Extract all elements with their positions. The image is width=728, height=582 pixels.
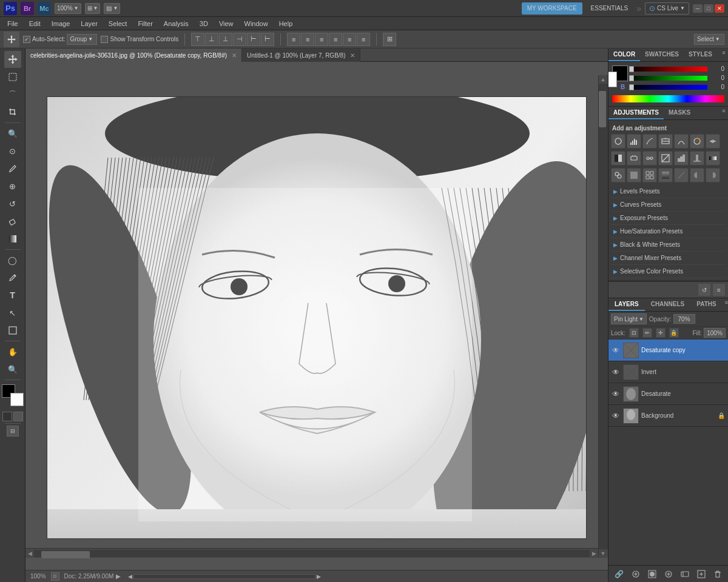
adj-panel-menu[interactable]: ≡ [720,107,728,115]
eraser-tool[interactable] [4,213,21,230]
cslive-button[interactable]: ⊙ CS Live ▼ [645,2,689,15]
align-right-btn[interactable]: ⊢ [261,33,274,46]
horizontal-scrollbar[interactable]: ◀ ▶ [25,548,598,558]
scroll-thumb-h[interactable] [41,551,90,558]
levels-adj-btn[interactable] [627,134,641,149]
layer-row-desaturate[interactable]: 👁 Desaturate [608,383,728,405]
zoom-dropdown[interactable]: 100% ▼ [55,3,81,14]
transform-checkbox[interactable] [101,36,108,43]
brush-tool[interactable] [4,160,21,177]
brightness-adj-btn[interactable] [611,134,625,149]
preset-channel-mixer[interactable]: ▶ Channel Mixer Presets [611,252,726,265]
transform-arrange-btn[interactable]: ⊞ [383,33,396,46]
screen-mode-btn[interactable]: ⊟ [7,426,19,436]
vibrance-adj-btn[interactable] [674,134,689,149]
lock-all-btn[interactable]: 🔒 [669,328,679,338]
layer-link-btn[interactable]: 🔗 [613,568,625,580]
curves-adj-btn[interactable] [642,134,657,149]
maximize-button[interactable]: □ [704,4,713,13]
distrib-hcenter-btn[interactable]: ≡ [343,33,356,46]
doc-size-arrow[interactable]: ▶ [116,573,121,580]
zoom-tool[interactable]: 🔍 [4,361,21,378]
tab-adjustments[interactable]: ADJUSTMENTS [608,107,664,119]
gradientmap-adj-btn[interactable] [706,151,720,166]
vertical-scrollbar[interactable]: ▲ ▼ [598,75,608,558]
scroll-left-arrow[interactable]: ◀ [25,549,34,558]
background-color[interactable] [10,393,24,406]
layer-new-btn[interactable] [695,568,707,580]
tab-active[interactable]: celebrities-angelina-jolie-306316.jpg @ … [25,48,242,62]
menu-window[interactable]: Window [240,19,273,28]
selectivecolor-adj-btn[interactable] [611,168,625,182]
move-tool[interactable] [4,51,21,68]
select-dropdown[interactable]: Select ▼ [694,34,724,45]
standard-mode-btn[interactable] [2,412,12,421]
preset-selective-color[interactable]: ▶ Selective Color Presets [611,265,726,278]
tab-close-secondary[interactable]: ✕ [350,52,355,59]
scroll-right-arrow[interactable]: ▶ [590,549,598,558]
layer-row-desaturate-copy[interactable]: 👁 Desaturate copy [608,340,728,361]
menu-3d[interactable]: 3D [195,19,213,28]
layer-eye-background[interactable]: 👁 [611,411,621,421]
tab-masks[interactable]: MASKS [664,107,695,119]
layer-row-background[interactable]: 👁 Background 🔒 [608,405,728,427]
tab-paths[interactable]: PATHS [690,298,722,311]
lighten-adj-btn[interactable] [706,168,720,182]
menu-help[interactable]: Help [274,19,298,28]
darken-adj-btn[interactable] [690,168,704,182]
eyedropper-tool[interactable]: 🔍 [4,125,21,142]
patternfill-adj-btn[interactable] [642,168,657,182]
layer-eye-desaturate-copy[interactable]: 👁 [611,346,621,355]
lasso-tool[interactable]: ⌒ [4,86,21,103]
history-tool[interactable]: ↺ [4,195,21,212]
distrib-left-btn[interactable]: ≡ [329,33,342,46]
scroll-track-h[interactable] [34,550,590,557]
gradientfill-adj-btn[interactable] [658,168,673,182]
pen-tool[interactable] [4,269,21,286]
exposure-adj-btn[interactable] [658,134,673,149]
shape-tool[interactable] [4,322,21,339]
layers-options-btn[interactable]: ≡ [712,283,726,296]
close-button[interactable]: ✕ [715,4,724,13]
align-vcenter-btn[interactable]: ⊥ [205,33,218,46]
red-slider[interactable] [629,67,707,72]
layers-panel-menu[interactable]: ≡ [723,298,728,307]
layer-delete-btn[interactable] [712,568,724,580]
status-icon[interactable]: ⊙ [51,572,59,581]
photofilter-adj-btn[interactable] [627,151,641,166]
invert-adj-btn[interactable] [658,151,673,166]
mc-logo[interactable]: Mc [38,2,51,15]
gradient-tool[interactable] [4,230,21,247]
distrib-bottom-btn[interactable]: ≡ [315,33,328,46]
lock-transparent-btn[interactable]: ⊡ [629,328,639,338]
channelmixer-adj-btn[interactable] [642,151,657,166]
menu-image[interactable]: Image [47,19,75,28]
blue-slider[interactable] [629,85,707,90]
essentials-button[interactable]: ESSENTIALS [586,2,633,15]
tab-close-active[interactable]: ✕ [232,52,237,59]
crop-tool[interactable] [4,104,21,121]
menu-analysis[interactable]: Analysis [159,19,194,28]
tab-channels[interactable]: CHANNELS [645,298,691,311]
align-top-btn[interactable]: ⊤ [191,33,204,46]
preset-exposure[interactable]: ▶ Exposure Presets [611,212,726,225]
align-left-btn[interactable]: ⊣ [233,33,246,46]
dodge-tool[interactable]: ◯ [4,252,21,269]
tab-swatches[interactable]: SWATCHES [640,48,684,61]
clone-tool[interactable]: ⊕ [4,178,21,195]
distrib-top-btn[interactable]: ≡ [287,33,300,46]
autoselect-dropdown[interactable]: Group ▼ [67,34,97,45]
opacity-value[interactable]: 70% [673,314,695,324]
solidcolor-adj-btn[interactable] [627,168,641,182]
history-btn[interactable]: ↺ [698,283,711,296]
move-tool-icon[interactable] [4,32,19,47]
colorbalance-adj-btn[interactable] [706,134,720,149]
distrib-vcenter-btn[interactable]: ≡ [301,33,314,46]
hand-tool[interactable]: ✋ [4,343,21,360]
layer-group-btn[interactable] [679,568,691,580]
curves-line-adj-btn[interactable] [674,168,689,182]
background-swatch[interactable] [608,72,617,87]
workspace-button[interactable]: MY WORKSPACE [522,2,582,15]
scroll-up-arrow[interactable]: ▲ [599,75,607,84]
layer-adj-btn[interactable] [662,568,675,580]
